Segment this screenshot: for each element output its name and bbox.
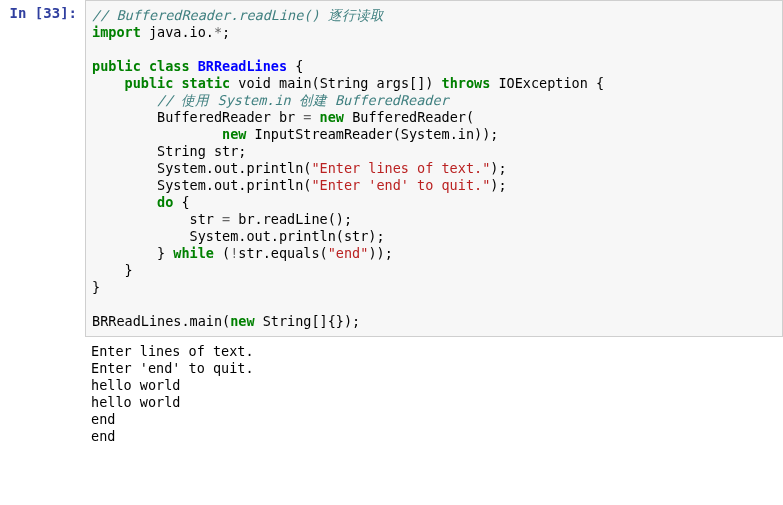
- output-prompt-area: [0, 337, 85, 451]
- output-line: Enter 'end' to quit.: [91, 360, 254, 376]
- output-line: end: [91, 428, 115, 444]
- output-line: end: [91, 411, 115, 427]
- keyword-while: while: [173, 245, 214, 261]
- comment-line: // BufferedReader.readLine() 逐行读取: [92, 7, 384, 23]
- output-cell: Enter lines of text. Enter 'end' to quit…: [0, 337, 783, 451]
- prompt-area: In [33]:: [0, 0, 85, 337]
- class-name: BRReadLines: [198, 58, 287, 74]
- comment-inner: // 使用 System.in 创建 BufferedReader: [157, 92, 449, 108]
- code-editor[interactable]: // BufferedReader.readLine() 逐行读取 import…: [85, 0, 783, 337]
- output-line: hello world: [91, 394, 180, 410]
- keyword-class: class: [149, 58, 190, 74]
- string-literal: "Enter lines of text.": [311, 160, 490, 176]
- output-line: Enter lines of text.: [91, 343, 254, 359]
- output-line: hello world: [91, 377, 180, 393]
- keyword-import: import: [92, 24, 141, 40]
- string-literal: "end": [328, 245, 369, 261]
- keyword-do: do: [157, 194, 173, 210]
- output-area: Enter lines of text. Enter 'end' to quit…: [85, 337, 783, 451]
- input-cell: In [33]: // BufferedReader.readLine() 逐行…: [0, 0, 783, 337]
- keyword-public: public: [92, 58, 141, 74]
- input-prompt: In [33]:: [10, 5, 77, 21]
- string-literal: "Enter 'end' to quit.": [311, 177, 490, 193]
